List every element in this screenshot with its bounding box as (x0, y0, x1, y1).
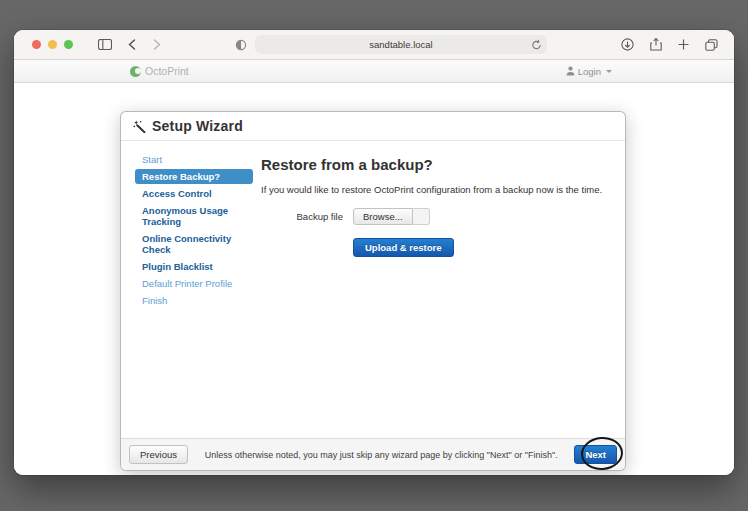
wizard-content: Restore from a backup? If you would like… (261, 156, 605, 257)
wizard-step-access-control[interactable]: Access Control (135, 186, 253, 201)
wizard-step-connectivity-check[interactable]: Online Connectivity Check (135, 231, 253, 257)
minimize-window-button[interactable] (48, 40, 57, 49)
login-menu[interactable]: Login (566, 60, 612, 82)
upload-restore-button[interactable]: Upload & restore (353, 238, 454, 257)
file-input[interactable]: Browse... (353, 208, 430, 225)
wizard-step-anonymous-usage[interactable]: Anonymous Usage Tracking (135, 203, 253, 229)
zoom-window-button[interactable] (64, 40, 73, 49)
wizard-step-finish[interactable]: Finish (135, 293, 253, 308)
backup-file-label: Backup file (261, 211, 343, 222)
address-bar[interactable]: sandtable.local (255, 35, 547, 54)
setup-wizard-dialog: Setup Wizard Start Restore Backup? Acces… (120, 111, 626, 471)
new-tab-icon[interactable] (678, 39, 689, 50)
wizard-skip-note: Unless otherwise noted, you may just ski… (188, 450, 574, 460)
wizard-step-list: Start Restore Backup? Access Control Ano… (135, 152, 253, 310)
wizard-step-plugin-blacklist[interactable]: Plugin Blacklist (135, 259, 253, 274)
browser-window: sandtable.local OctoPrint Login (14, 30, 734, 475)
restore-heading: Restore from a backup? (261, 156, 605, 173)
previous-button[interactable]: Previous (129, 445, 188, 464)
wizard-header: Setup Wizard (121, 112, 625, 141)
magic-wand-icon (133, 120, 146, 133)
wizard-step-restore-backup[interactable]: Restore Backup? (135, 169, 253, 184)
file-input-field[interactable] (413, 208, 430, 225)
user-icon (566, 66, 575, 76)
chevron-down-icon (606, 70, 612, 73)
back-button[interactable] (128, 39, 136, 50)
share-icon[interactable] (650, 38, 662, 51)
wizard-step-start[interactable]: Start (135, 152, 253, 167)
reload-icon[interactable] (531, 39, 542, 53)
restore-description: If you would like to restore OctoPrint c… (261, 184, 605, 195)
octoprint-logo-icon (130, 66, 141, 77)
octoprint-navbar: OctoPrint Login (14, 60, 734, 83)
tab-overview-icon[interactable] (705, 39, 718, 51)
backup-file-row: Backup file Browse... (261, 208, 605, 225)
octoprint-brand[interactable]: OctoPrint (130, 60, 189, 82)
sidebar-toggle-icon[interactable] (98, 39, 112, 50)
wizard-title: Setup Wizard (152, 118, 243, 134)
privacy-shield-icon[interactable] (235, 39, 247, 51)
forward-button[interactable] (153, 39, 161, 50)
downloads-icon[interactable] (621, 38, 634, 51)
browser-toolbar: sandtable.local (14, 30, 734, 60)
page-body: Setup Wizard Start Restore Backup? Acces… (14, 83, 734, 475)
close-window-button[interactable] (32, 40, 41, 49)
browse-button[interactable]: Browse... (353, 208, 413, 225)
login-label: Login (578, 66, 601, 77)
next-button[interactable]: Next (574, 445, 617, 464)
wizard-step-default-printer-profile[interactable]: Default Printer Profile (135, 276, 253, 291)
address-bar-url: sandtable.local (369, 39, 432, 50)
wizard-footer: Previous Unless otherwise noted, you may… (121, 438, 625, 470)
octoprint-brand-label: OctoPrint (145, 65, 189, 77)
traffic-lights (32, 40, 80, 49)
